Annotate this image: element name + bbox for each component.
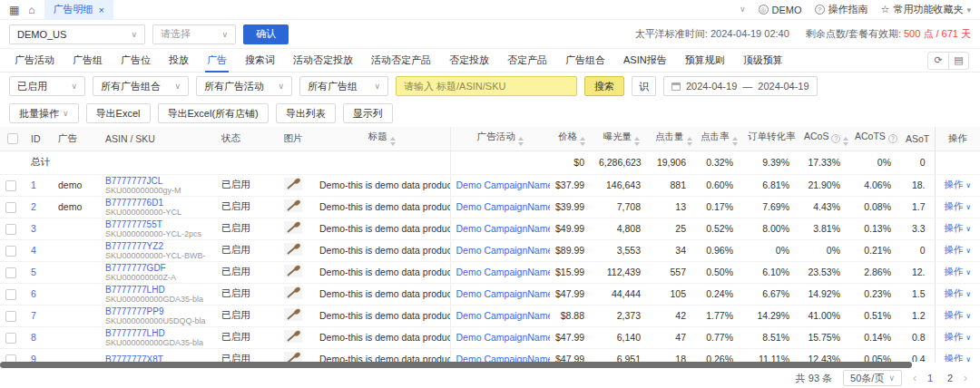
nav-item-2[interactable]: 广告组 (64, 49, 112, 73)
nav-item-1[interactable]: 广告活动 (5, 49, 64, 73)
campaign-link[interactable]: Demo CampaignName (456, 267, 551, 277)
page-size-select[interactable]: 50条/页 ∨ (843, 370, 902, 386)
product-image[interactable] (284, 330, 302, 343)
ad-id-link[interactable]: 8 (31, 332, 36, 343)
account-menu[interactable]: ◎ DEMO (759, 5, 802, 15)
asin-link[interactable]: B7777777LHD (105, 328, 165, 338)
row-action-link[interactable]: 操作 ∨ (944, 244, 971, 255)
campaign-link[interactable]: Demo CampaignName (456, 288, 551, 299)
export-excel-all-stores-button[interactable]: 导出Excel(所有店铺) (158, 103, 269, 123)
chevron-down-icon[interactable]: ∨ (740, 5, 746, 14)
header-acos[interactable]: ACoS? (799, 127, 849, 150)
apps-grid-icon[interactable]: ▦ (9, 5, 19, 15)
sort-icon[interactable] (580, 137, 585, 146)
row-action-link[interactable]: 操作 ∨ (944, 287, 971, 298)
asin-link[interactable]: B7777777YZ2 (105, 241, 163, 251)
product-image[interactable] (284, 243, 302, 256)
campaign-link[interactable]: Demo CampaignName (456, 245, 551, 256)
ad-id-link[interactable]: 3 (31, 223, 36, 234)
guide-link[interactable]: ? 操作指南 (815, 3, 868, 16)
product-image[interactable] (284, 286, 302, 299)
ad-id-link[interactable]: 2 (31, 201, 36, 212)
product-image[interactable] (284, 178, 302, 190)
nav-item-10[interactable]: 否定产品 (498, 49, 556, 73)
campaign-link[interactable]: Demo CampaignName (456, 332, 551, 343)
header-cvr[interactable]: 订单转化率? (742, 127, 799, 150)
bulk-actions-button[interactable]: 批量操作 ∨ (9, 103, 79, 123)
ad-id-link[interactable]: 1 (31, 179, 36, 190)
sort-icon[interactable] (634, 137, 640, 146)
help-icon[interactable]: ? (888, 134, 897, 143)
campaign-link[interactable]: Demo CampaignName (456, 223, 551, 234)
adgroup-filter-select[interactable]: 所有广告组 ∨ (299, 76, 388, 96)
store-select[interactable]: DEMO_US ∨ (9, 24, 145, 44)
ad-id-link[interactable]: 6 (31, 288, 36, 299)
row-action-link[interactable]: 操作 ∨ (944, 179, 971, 189)
nav-item-9[interactable]: 否定投放 (440, 49, 498, 73)
confirm-button[interactable]: 确认 (243, 24, 289, 44)
row-action-link[interactable]: 操作 ∨ (944, 200, 971, 211)
header-campaign[interactable]: 广告活动 (450, 127, 550, 150)
nav-item-4[interactable]: 投放 (160, 49, 198, 73)
show-columns-button[interactable]: 显示列 (343, 103, 393, 123)
product-image[interactable] (284, 308, 302, 321)
nav-item-3[interactable]: 广告位 (112, 49, 160, 73)
horizontal-scrollbar-thumb[interactable] (0, 362, 912, 368)
campaign-link[interactable]: Demo CampaignName (456, 310, 551, 321)
header-ctr[interactable]: 点击率 (695, 127, 742, 150)
header-title[interactable]: 标题 (314, 127, 450, 150)
header-price[interactable]: 价格 (550, 127, 593, 150)
campaign-link[interactable]: Demo CampaignName (456, 179, 551, 190)
select-all-checkbox[interactable] (7, 133, 18, 144)
tab-ad-detail[interactable]: 广告明细 × (44, 0, 113, 20)
row-action-link[interactable]: 操作 ∨ (944, 331, 971, 342)
column-settings-icon[interactable]: ▤ (948, 53, 968, 69)
row-action-link[interactable]: 操作 ∨ (944, 309, 971, 320)
help-icon[interactable]: ? (799, 134, 799, 143)
next-page-icon[interactable]: › (964, 372, 967, 384)
recognize-button[interactable]: 识 (632, 76, 656, 96)
row-checkbox[interactable] (5, 289, 16, 300)
favorites-menu[interactable]: ☆ 常用功能收藏夹 ▾ (881, 3, 971, 16)
ad-id-link[interactable]: 7 (31, 310, 36, 321)
nav-item-12[interactable]: ASIN报告 (614, 49, 676, 73)
row-checkbox[interactable] (5, 311, 16, 322)
nav-item-5[interactable]: 广告 (198, 49, 236, 73)
campaign-link[interactable]: Demo CampaignName (456, 201, 551, 212)
campaign-filter-select[interactable]: 所有广告活动 ∨ (196, 76, 292, 96)
sort-icon[interactable] (687, 137, 692, 146)
row-checkbox[interactable] (5, 180, 16, 191)
row-action-link[interactable]: 操作 ∨ (944, 222, 971, 233)
header-clicks[interactable]: 点击量 (650, 127, 695, 150)
asin-link[interactable]: B7777777PP9 (105, 306, 164, 316)
refresh-icon[interactable]: ⟳ (928, 53, 948, 69)
product-image[interactable] (284, 221, 302, 234)
asin-link[interactable]: B77777776D1 (105, 198, 163, 208)
prev-page-icon[interactable]: ‹ (913, 372, 916, 384)
row-checkbox[interactable] (5, 267, 16, 278)
portfolio-filter-select[interactable]: 所有广告组合 ∨ (93, 76, 189, 96)
status-filter-select[interactable]: 已启用 ∨ (9, 76, 85, 96)
header-impressions[interactable]: 曝光量 (593, 127, 650, 150)
nav-item-6[interactable]: 搜索词 (236, 49, 284, 73)
product-image[interactable] (284, 199, 302, 212)
row-checkbox[interactable] (5, 333, 16, 344)
sort-icon[interactable] (390, 137, 396, 146)
page-2[interactable]: 2 (944, 373, 956, 383)
secondary-select[interactable]: 请选择 ∨ (152, 24, 236, 44)
nav-item-8[interactable]: 活动否定产品 (362, 49, 440, 73)
ad-id-link[interactable]: 5 (31, 267, 36, 277)
product-image[interactable] (284, 265, 302, 277)
asin-link[interactable]: B777777755T (105, 219, 162, 229)
row-checkbox[interactable] (5, 202, 16, 213)
sort-icon[interactable] (518, 137, 524, 146)
nav-item-7[interactable]: 活动否定投放 (284, 49, 362, 73)
close-icon[interactable]: × (99, 5, 104, 15)
date-range-picker[interactable]: 2024-04-19 — 2024-04-19 (663, 76, 818, 96)
row-action-link[interactable]: 操作 ∨ (944, 266, 971, 276)
export-excel-button[interactable]: 导出Excel (86, 103, 151, 123)
home-icon[interactable]: ⌂ (28, 5, 34, 15)
ad-id-link[interactable]: 4 (31, 245, 36, 256)
export-list-button[interactable]: 导出列表 (276, 103, 336, 123)
search-input[interactable] (396, 76, 577, 96)
